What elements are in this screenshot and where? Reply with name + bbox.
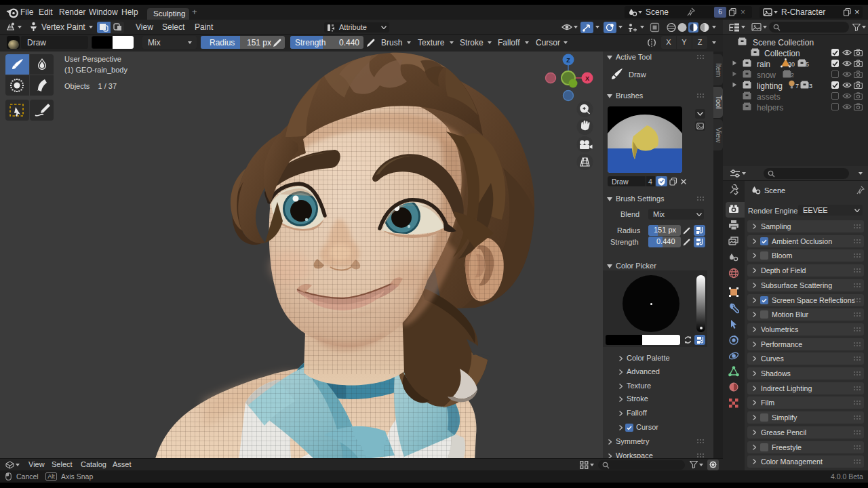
- svg-text:X: X: [585, 75, 589, 82]
- svg-text:Z: Z: [566, 57, 570, 64]
